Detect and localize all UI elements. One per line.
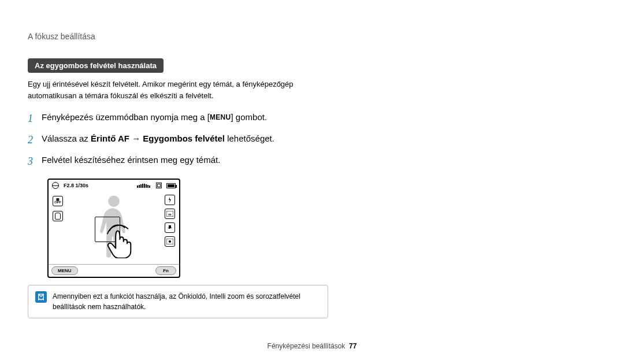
- footer-section: Fényképezési beállítások: [268, 342, 346, 350]
- camera-menu-button: MENU: [51, 266, 78, 275]
- mode-icon: [52, 182, 59, 189]
- intro-paragraph: Egy ujj érintésével készít felvételt. Am…: [28, 79, 328, 101]
- note-icon: [35, 291, 47, 303]
- metering-icon: [165, 236, 175, 247]
- bold-term: Egygombos felvétel: [143, 133, 225, 143]
- step-body: Fényképezés üzemmódban nyomja meg a [MEN…: [42, 110, 328, 124]
- step-text: lehetőséget.: [225, 133, 274, 143]
- step-text: Válassza az: [42, 133, 91, 143]
- camera-screen-figure: F2.8 1/30s ▦OFF: [47, 179, 180, 278]
- camera-right-icons: m: [161, 191, 179, 264]
- touch-icon: [53, 211, 63, 221]
- stabilizer-icon: [165, 222, 175, 233]
- single-shot-icon: [156, 183, 162, 188]
- step-1: 1 Fényképezés üzemmódban nyomja meg a [M…: [28, 108, 328, 129]
- resolution-icon: m: [165, 209, 175, 219]
- camera-bottombar: MENU Fn: [49, 264, 179, 277]
- step-number: 2: [28, 132, 42, 148]
- note-box: Amennyiben ezt a funkciót használja, az …: [28, 285, 328, 318]
- step-text: Fényképezés üzemmódban nyomja meg a [: [42, 112, 210, 122]
- step-body: Felvétel készítéséhez érintsen meg egy t…: [42, 153, 328, 167]
- step-number: 1: [28, 110, 42, 127]
- camera-topbar: F2.8 1/30s: [49, 180, 179, 191]
- step-3: 3 Felvétel készítéséhez érintsen meg egy…: [28, 151, 328, 172]
- page-footer: Fényképezési beállítások 77: [0, 342, 624, 350]
- camera-center: [67, 191, 161, 264]
- menu-button-label: MENU: [210, 112, 231, 123]
- touching-hand-icon: [106, 224, 138, 258]
- main-content: Az egygombos felvétel használata Egy ujj…: [28, 58, 328, 318]
- exposure-meter-icon: [137, 184, 150, 188]
- arrow: →: [129, 133, 143, 143]
- camera-left-icons: ▦OFF: [49, 191, 67, 264]
- svg-point-3: [169, 240, 171, 243]
- camera-viewport: ▦OFF m: [49, 191, 179, 264]
- grid-icon: ▦OFF: [53, 196, 63, 206]
- section-title-pill: Az egygombos felvétel használata: [28, 58, 164, 73]
- step-text: ] gombot.: [231, 112, 268, 122]
- step-number: 3: [28, 153, 42, 170]
- svg-text:m: m: [168, 213, 171, 216]
- step-2: 2 Válassza az Érintő AF → Egygombos felv…: [28, 129, 328, 151]
- step-list: 1 Fényképezés üzemmódban nyomja meg a [M…: [28, 108, 328, 172]
- step-body: Válassza az Érintő AF → Egygombos felvét…: [42, 132, 328, 146]
- footer-page-number: 77: [349, 342, 356, 350]
- flash-icon: [165, 195, 175, 205]
- note-text: Amennyiben ezt a funkciót használja, az …: [53, 291, 321, 312]
- exposure-label: F2.8 1/30s: [64, 183, 88, 188]
- battery-icon: [166, 183, 176, 188]
- bold-term: Érintő AF: [91, 133, 129, 143]
- camera-fn-button: Fn: [155, 266, 176, 275]
- page-header: A fókusz beállítása: [28, 32, 596, 41]
